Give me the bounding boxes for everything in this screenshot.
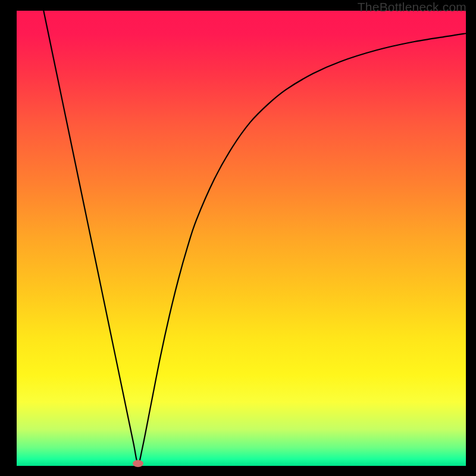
chart-frame xyxy=(17,11,466,466)
minimum-point-marker xyxy=(133,460,143,467)
watermark-text: TheBottleneck.com xyxy=(358,0,466,14)
bottleneck-curve xyxy=(17,11,466,466)
